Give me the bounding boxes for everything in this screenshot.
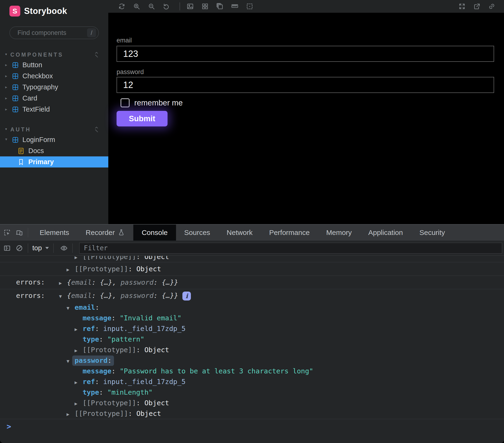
console-row: ▼email:: [0, 302, 504, 313]
expand-arrow-icon[interactable]: ▶: [74, 345, 83, 356]
caret-down-icon: ▾: [5, 53, 10, 57]
remember-me-checkbox[interactable]: [121, 98, 129, 107]
context-selector[interactable]: top: [32, 244, 49, 252]
expand-arrow-icon[interactable]: ▶: [74, 377, 83, 388]
tab-performance[interactable]: Performance: [261, 225, 318, 241]
expand-arrow-icon[interactable]: ▶: [59, 276, 67, 290]
copy-link-icon[interactable]: [488, 3, 496, 10]
preview-canvas: email password remember me Submit: [108, 0, 504, 224]
measure-icon[interactable]: [231, 3, 238, 10]
expand-arrow-icon[interactable]: ▶: [74, 324, 83, 335]
grid-icon[interactable]: [201, 3, 209, 10]
tab-console[interactable]: Console: [133, 225, 176, 241]
fullscreen-icon[interactable]: [458, 3, 466, 10]
console-token-str: "Invalid email": [120, 314, 181, 322]
context-label: top: [32, 244, 42, 252]
console-sidebar-icon[interactable]: [2, 244, 12, 252]
inspect-element-icon[interactable]: [2, 225, 12, 241]
viewports-icon[interactable]: [216, 3, 224, 10]
console-row: ▶[[Prototype]]: Object: [0, 262, 504, 276]
tab-application[interactable]: Application: [360, 225, 411, 241]
collapse-expand-icon[interactable]: [93, 51, 100, 58]
tab-label: Recorder: [86, 229, 115, 237]
console-token-punct: :: [95, 378, 103, 386]
tab-network[interactable]: Network: [218, 225, 261, 241]
caret-down-icon: ▾: [5, 137, 12, 142]
info-icon[interactable]: i: [182, 292, 191, 301]
console-prompt[interactable]: >: [0, 419, 504, 434]
zoom-out-icon[interactable]: [147, 3, 155, 10]
sidebar-item-loginform[interactable]: ▾ LoginForm: [0, 134, 108, 145]
console-token-pvp: : {…},: [92, 292, 121, 300]
console-row: ▶ref: input._field_17zdp_5: [0, 376, 504, 387]
expand-arrow-icon[interactable]: ▶: [74, 256, 83, 262]
zoom-in-icon[interactable]: [133, 3, 140, 10]
sidebar-item-primary[interactable]: Primary: [0, 156, 108, 167]
sidebar-item-card[interactable]: ▸ Card: [0, 93, 108, 104]
submit-button[interactable]: Submit: [117, 111, 167, 126]
tab-security[interactable]: Security: [411, 225, 453, 241]
docs-icon: [18, 147, 25, 155]
eye-icon[interactable]: [59, 244, 69, 252]
expand-arrow-icon[interactable]: ▶: [67, 409, 74, 420]
clear-console-icon[interactable]: [14, 244, 25, 252]
background-icon[interactable]: [186, 3, 194, 10]
open-external-icon[interactable]: [473, 3, 481, 10]
remember-me-label: remember me: [134, 98, 183, 107]
prompt-chevron-icon: >: [7, 422, 11, 431]
tab-sources[interactable]: Sources: [176, 225, 218, 241]
tab-recorder[interactable]: Recorder: [77, 225, 133, 241]
console-token-pvp: : {…}}: [154, 292, 178, 300]
storybook-sidebar: S Storybook Find components / ▾ COMPONEN…: [0, 0, 108, 224]
expand-arrow-icon[interactable]: ▶: [67, 263, 74, 276]
email-field[interactable]: [117, 46, 494, 62]
device-toolbar-icon[interactable]: [14, 225, 25, 241]
console-token-punct: :: [95, 303, 99, 311]
section-label: COMPONENTS: [10, 52, 63, 58]
console-token-pvp: : {…},: [92, 278, 121, 286]
collapse-arrow-icon[interactable]: ▼: [59, 290, 67, 303]
password-field[interactable]: [117, 77, 494, 93]
tab-memory[interactable]: Memory: [318, 225, 360, 241]
caret-right-icon: ▸: [5, 107, 12, 112]
item-label: Typography: [22, 83, 58, 91]
expand-arrow-icon[interactable]: ▶: [74, 398, 83, 409]
sync-icon[interactable]: [118, 3, 126, 10]
divider: [53, 243, 54, 253]
console-token-proto: [[Prototype]]: [74, 265, 128, 273]
outline-icon[interactable]: [246, 3, 253, 10]
console-token-proto: [[Prototype]]: [83, 346, 136, 354]
console-token-obj: Object: [144, 256, 169, 261]
console-token-obj: Object: [144, 346, 169, 354]
console-token-punct: :: [128, 409, 136, 418]
collapse-arrow-icon[interactable]: ▼: [67, 303, 74, 314]
caret-right-icon: ▸: [5, 63, 12, 68]
section-header-components[interactable]: ▾ COMPONENTS: [0, 50, 108, 59]
console-row: ▶type: "pattern": [0, 334, 504, 345]
tab-label: Application: [368, 229, 403, 237]
sidebar-item-docs[interactable]: Docs: [0, 145, 108, 156]
sidebar-item-textfield[interactable]: ▸ TextField: [0, 104, 108, 115]
console-token-pvk: email: [71, 278, 91, 286]
sidebar-item-typography[interactable]: ▸ Typography: [0, 82, 108, 93]
tab-label: Performance: [269, 229, 310, 237]
item-label: Docs: [28, 147, 44, 155]
console-filter-input[interactable]: [79, 243, 502, 254]
search-input[interactable]: Find components /: [9, 26, 99, 39]
highlighted-key[interactable]: password:: [72, 355, 114, 366]
console-token-punct: :: [111, 314, 120, 322]
sidebar-item-button[interactable]: ▸ Button: [0, 59, 108, 71]
zoom-reset-icon[interactable]: [162, 3, 170, 10]
remember-me-row: remember me: [121, 98, 183, 107]
component-icon: [12, 73, 19, 80]
console-row: ▶[[Prototype]]: Object: [0, 398, 504, 408]
item-label: Checkbox: [22, 72, 53, 80]
tab-elements[interactable]: Elements: [31, 225, 77, 241]
caret-right-icon: ▸: [5, 96, 12, 101]
console-token-str: "Password has to be at least 3 character…: [120, 367, 313, 375]
console-toolbar: top: [0, 241, 504, 256]
collapse-expand-icon[interactable]: [93, 126, 100, 133]
section-header-auth[interactable]: ▾ AUTH: [0, 125, 108, 134]
sidebar-item-checkbox[interactable]: ▸ Checkbox: [0, 71, 108, 82]
console-row: ▶{email: {…}, password: {…}}: [0, 276, 504, 289]
